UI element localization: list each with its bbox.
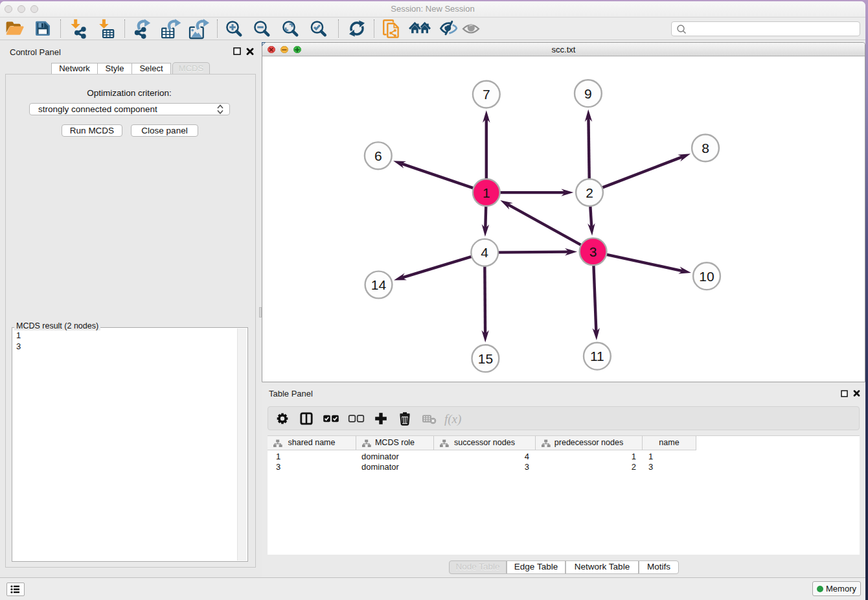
svg-text:14: 14 bbox=[371, 277, 387, 292]
svg-text:15: 15 bbox=[478, 351, 493, 366]
svg-text:2: 2 bbox=[586, 185, 593, 200]
svg-text:1: 1 bbox=[483, 185, 490, 200]
svg-text:6: 6 bbox=[374, 148, 382, 163]
svg-text:10: 10 bbox=[699, 269, 714, 284]
svg-text:11: 11 bbox=[590, 349, 604, 363]
svg-text:9: 9 bbox=[584, 86, 592, 101]
svg-text:7: 7 bbox=[483, 87, 490, 102]
svg-text:3: 3 bbox=[589, 244, 597, 259]
svg-text:f(x): f(x) bbox=[444, 412, 461, 426]
svg-text:4: 4 bbox=[481, 245, 488, 260]
svg-text:8: 8 bbox=[702, 141, 709, 156]
